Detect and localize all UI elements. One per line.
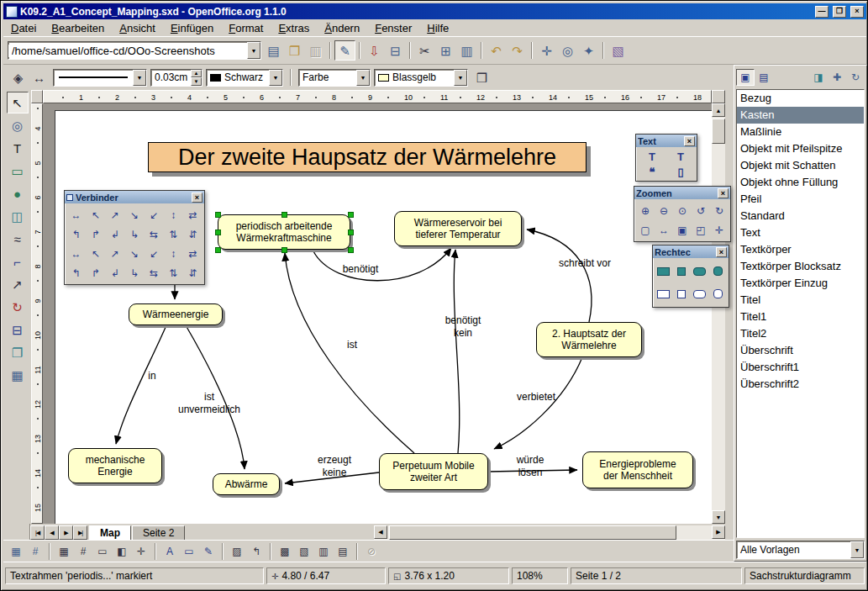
zoom-tool-button[interactable]: ◎ (7, 114, 29, 136)
fill-color-dropdown-button[interactable]: ▼ (454, 70, 467, 86)
rounded-square-outline-button[interactable] (709, 282, 728, 305)
style-item[interactable]: Titel2 (737, 325, 864, 342)
navigator-button[interactable]: ✛ (536, 40, 557, 61)
snap-to-grid-button[interactable]: ▦ (55, 543, 73, 560)
connector-style-18-button[interactable]: ↘ (124, 244, 144, 263)
style-item[interactable]: Standard (737, 208, 864, 224)
connector-style-21-button[interactable]: ⇄ (183, 244, 203, 263)
connector-style-24-button[interactable]: ↲ (105, 263, 124, 282)
vertical-scrollbar[interactable]: ▲ ▼ (712, 103, 725, 524)
vertical-scrollbar-thumb[interactable] (712, 119, 725, 144)
gallery-button[interactable]: ▧ (608, 40, 629, 61)
style-item[interactable]: Kasten (737, 107, 864, 124)
minimize-button[interactable]: — (815, 6, 829, 18)
status-zoom[interactable]: 108% (512, 567, 568, 584)
zoom-page-button[interactable]: ▢ (636, 220, 655, 240)
text-palette-titlebar[interactable]: Text × (636, 135, 697, 147)
vertical-ruler[interactable]: 456789101112131415 (31, 103, 43, 524)
style-item[interactable]: Titel (737, 292, 864, 309)
tab-map[interactable]: Map (89, 525, 131, 540)
connector-style-13-button[interactable]: ⇅ (164, 224, 183, 244)
style-item[interactable]: Überschrift (737, 342, 864, 359)
curve-tool-button[interactable]: ≈ (7, 228, 29, 250)
connector-style-9-button[interactable]: ↱ (86, 224, 105, 244)
style-item[interactable]: Objekt ohne Füllung (737, 174, 864, 191)
status-size[interactable]: ◱ 3.76 x 1.20 (388, 567, 509, 584)
style-item[interactable]: Objekt mit Pfeilspitze (737, 140, 864, 157)
title-bar[interactable]: K09.2_A1_Concept_Mapping.sxd - OpenOffic… (3, 3, 866, 19)
status-page[interactable]: Seite 1 / 2 (571, 567, 742, 584)
line-color-dropdown-button[interactable]: ▼ (269, 70, 282, 86)
snap-to-helplines-button[interactable]: # (74, 543, 92, 560)
connector-style-10-button[interactable]: ↲ (105, 224, 124, 244)
text-tool-button[interactable]: T (7, 137, 29, 159)
close-icon[interactable]: × (192, 193, 203, 203)
connectors-palette-titlebar[interactable]: Verbinder × (65, 191, 204, 203)
selection-handle[interactable] (348, 247, 354, 253)
style-item[interactable]: Textkörper Einzug (737, 275, 864, 292)
horizontal-scrollbar-track[interactable] (676, 525, 712, 540)
maximize-button[interactable]: ❐ (833, 6, 846, 18)
shadow-button[interactable]: ❒ (471, 67, 492, 87)
first-page-button[interactable]: |◀ (30, 525, 45, 540)
menu-hilfe[interactable]: Hilfe (419, 20, 456, 36)
edit-file-button[interactable]: ✎ (334, 40, 355, 61)
zoom-pan-button[interactable]: ✛ (710, 220, 729, 240)
selection-handle[interactable] (215, 212, 221, 218)
concept-node-waermekraftmaschine[interactable]: periodisch arbeitende Wärmekraftmaschine (218, 214, 350, 250)
lines-arrows-tool-button[interactable]: ↗ (7, 273, 29, 295)
rectangle-tool-button[interactable]: ▭ (7, 160, 29, 182)
zoom-100-button[interactable]: ⊙ (673, 201, 692, 220)
edge-label-ist[interactable]: ist (347, 339, 357, 351)
undo-button[interactable]: ↶ (486, 40, 507, 61)
contour-mode-button[interactable]: ▧ (295, 543, 313, 560)
concept-node-waermereservoir[interactable]: Wärmereservoir bei tieferer Temperatur (394, 211, 522, 246)
line-style-dropdown-button[interactable]: ▼ (133, 70, 146, 86)
double-click-to-edit-button[interactable]: ✎ (199, 543, 218, 560)
text-placeholder-button[interactable]: ▥ (314, 543, 333, 560)
connector-style-7-button[interactable]: ⇄ (183, 205, 203, 224)
menu-ansicht[interactable]: Ansicht (112, 20, 163, 36)
connector-style-14-button[interactable]: ⇵ (183, 224, 203, 244)
menu-einfugen[interactable]: Einfügen (163, 20, 221, 36)
style-item[interactable]: Überschrift1 (737, 359, 864, 376)
menu-andern[interactable]: Ändern (317, 20, 367, 36)
status-template[interactable]: Sachstrukturdiagramm (744, 567, 865, 584)
concept-node-perpetuum-mobile[interactable]: Perpetuum Mobile zweiter Art (379, 453, 488, 490)
copy-button[interactable]: ⊞ (435, 40, 456, 61)
insert-tool-button[interactable]: ▦ (7, 364, 29, 386)
redo-button[interactable]: ↷ (507, 40, 528, 61)
connector-style-27-button[interactable]: ⇅ (164, 263, 183, 282)
zoom-palette-titlebar[interactable]: Zoomen × (634, 187, 730, 199)
concept-node-abwaerme[interactable]: Abwärme (213, 473, 280, 495)
line-width-value[interactable]: 0.03cm (151, 71, 191, 83)
vertical-text-tool-button[interactable]: ▯ (666, 164, 695, 179)
paste-button[interactable]: ▥ (456, 40, 477, 61)
open-document-button[interactable]: ❐ (284, 40, 305, 61)
ellipse-tool-button[interactable]: ● (7, 182, 29, 204)
scroll-down-button[interactable]: ▼ (712, 510, 725, 524)
zoom-objects-button[interactable]: ◰ (692, 220, 710, 240)
connector-style-4-button[interactable]: ↘ (124, 205, 144, 224)
connector-style-3-button[interactable]: ↗ (105, 205, 124, 224)
fit-text-to-frame-tool-button[interactable]: T (666, 149, 695, 164)
new-document-button[interactable]: ▤ (263, 40, 284, 61)
rounded-rectangle-outline-button[interactable] (691, 282, 709, 305)
zoom-page-width-button[interactable]: ↔ (655, 220, 673, 240)
export-pdf-button[interactable]: ⇩ (364, 40, 385, 61)
connector-style-16-button[interactable]: ↖ (86, 244, 105, 263)
line-width-down-button[interactable]: ▼ (191, 77, 202, 86)
selection-handle[interactable] (348, 230, 354, 235)
style-item[interactable]: Textkörper (737, 241, 864, 258)
close-icon[interactable]: × (718, 188, 729, 198)
style-item[interactable]: Objekt mit Schatten (737, 157, 864, 174)
menu-datei[interactable]: Datei (3, 20, 44, 36)
arrow-style-button[interactable]: ↔ (29, 67, 50, 87)
zoom-next-button[interactable]: ↻ (710, 201, 729, 220)
edge-label-schreibt-vor[interactable]: schreibt vor (559, 257, 611, 270)
square-filled-button[interactable] (673, 260, 692, 282)
close-icon[interactable]: × (684, 136, 695, 146)
connector-style-5-button[interactable]: ↙ (145, 205, 164, 224)
style-item[interactable]: Pfeil (737, 191, 864, 208)
edge-label-ist-unvermeidlich[interactable]: ist unvermeidlich (178, 391, 240, 416)
